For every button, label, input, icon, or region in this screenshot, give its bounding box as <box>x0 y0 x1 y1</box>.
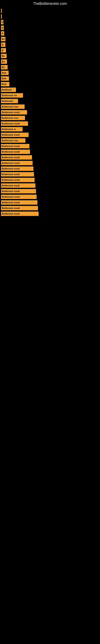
bottleneck-bar: Bottleneck re <box>1 127 23 132</box>
bar-row: Bottlenec <box>1 88 100 92</box>
bar-row: Bottleneck result <box>1 212 100 216</box>
bottleneck-bar: Bottleneck result <box>1 212 39 216</box>
bar-row: Bottleneck <box>1 99 100 103</box>
bar-row: Bottleneck res <box>1 93 100 98</box>
bottleneck-bar: Bottleneck result <box>1 200 37 205</box>
bottleneck-bar: Bottleneck result <box>1 172 34 176</box>
bottleneck-bar: Bott <box>1 76 9 81</box>
bottleneck-bar: Bottleneck result <box>1 166 33 171</box>
bottleneck-bar: Bottlenec <box>1 88 16 92</box>
bar-row: B <box>1 42 100 47</box>
bottleneck-bar: E <box>1 26 4 30</box>
bar-row: Bo <box>1 54 100 58</box>
bar-row: Bo <box>1 37 100 41</box>
bar-row: Bo <box>1 59 100 64</box>
bottleneck-bar: Bottleneck result <box>1 161 33 165</box>
bar-row <box>1 14 100 19</box>
bar-row: Bottleneck resu <box>1 104 100 109</box>
bottleneck-bar: Bottleneck result <box>1 194 37 199</box>
bottleneck-bar: Bottleneck <box>1 99 18 103</box>
bar-row: Bottleneck result <box>1 189 100 194</box>
bottleneck-bar: Bo <box>1 59 7 64</box>
bar-row: Bottleneck result <box>1 150 100 154</box>
bottleneck-bar: Bottleneck result <box>1 189 36 194</box>
bottleneck-bar: E <box>1 20 3 24</box>
bar-row: Bottleneck result <box>1 166 100 171</box>
bottleneck-bar: Bottleneck result <box>1 150 30 154</box>
bottleneck-bar: Bottleneck result <box>1 121 28 126</box>
bar-row: Bottleneck resu <box>1 138 100 143</box>
bar-row: Bo <box>1 65 100 70</box>
bar-row: Bottleneck result <box>1 172 100 176</box>
bottleneck-bar: Bottleneck result <box>1 155 32 160</box>
bottleneck-bar: Bottleneck result <box>1 110 27 114</box>
bar-row: Bottleneck result <box>1 144 100 148</box>
bar-row: Bottleneck re <box>1 127 100 132</box>
bottleneck-bar: Bottleneck resu <box>1 104 25 109</box>
bar-row: Bottleneck result <box>1 178 100 182</box>
bar-row: Bottleneck result <box>1 194 100 199</box>
bottleneck-bar: Bottleneck result <box>1 183 35 188</box>
bottleneck-bar: B <box>1 48 6 52</box>
bottleneck-bar: Bottleneck res <box>1 93 23 98</box>
bottleneck-bar: Bottleneck result <box>1 206 38 210</box>
site-title: TheBottlenecker.com <box>0 0 100 7</box>
bar-row: Bottleneck result <box>1 161 100 165</box>
bottleneck-bar: Bo <box>1 37 5 41</box>
bar-row: Bottleneck result <box>1 121 100 126</box>
bar-row: Bottleneck resu <box>1 116 100 120</box>
bottleneck-bar: Bottleneck result <box>1 132 29 137</box>
bottleneck-bar <box>1 14 2 19</box>
bar-row: E <box>1 26 100 30</box>
bottleneck-bar: Bottleneck resu <box>1 116 25 120</box>
bottleneck-bar: E <box>1 31 4 36</box>
bottleneck-bar: Bottleneck resu <box>1 138 25 143</box>
bottleneck-bar: Bo <box>1 54 7 58</box>
bar-row: Bottleneck result <box>1 110 100 114</box>
bar-row: E <box>1 20 100 24</box>
bottleneck-bar: Bottleneck result <box>1 178 35 182</box>
bar-row: Bottleneck result <box>1 200 100 205</box>
bar-row: Bott <box>1 82 100 86</box>
bar-row: E <box>1 31 100 36</box>
bottleneck-bar: B <box>1 42 5 47</box>
bottleneck-bar: Bottleneck result <box>1 144 29 148</box>
bottleneck-bar: Bott <box>1 71 9 75</box>
bar-row: Bott <box>1 76 100 81</box>
bar-row <box>1 9 100 13</box>
bottleneck-bar: Bott <box>1 82 9 86</box>
bar-row: Bottleneck result <box>1 155 100 160</box>
bar-row: Bottleneck result <box>1 183 100 188</box>
bottleneck-bar <box>1 9 2 13</box>
bottleneck-bar: Bo <box>1 65 8 70</box>
bar-row: Bott <box>1 71 100 75</box>
bar-row: B <box>1 48 100 52</box>
bar-row: Bottleneck result <box>1 132 100 137</box>
bar-row: Bottleneck result <box>1 206 100 210</box>
bars-container: EEEBoBBBoBoBoBottBottBottBottlenecBottle… <box>0 7 100 216</box>
